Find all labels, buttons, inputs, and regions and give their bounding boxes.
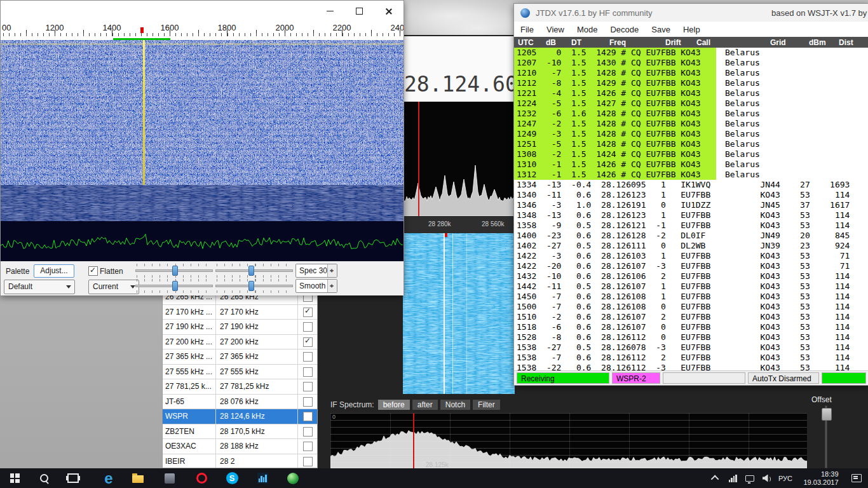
frequency-enable-checkbox[interactable]	[298, 439, 317, 454]
frequency-row[interactable]: 27 555 kHz ... 27 555 kHz	[163, 365, 317, 380]
decode-row-cq[interactable]: 1312 -1 1.5 1426 # CQ EU7FBB KO43Belarus	[514, 170, 868, 180]
jtdx-titlebar[interactable]: JTDX v17.6.1 by HF community based on WS…	[514, 4, 868, 22]
spinbox-arrows[interactable]	[327, 280, 337, 292]
frequency-row[interactable]: 27 170 kHz ... 27 170 kHz	[163, 305, 317, 320]
frequency-row[interactable]: 27 200 kHz ... 27 200 kHz	[163, 335, 317, 350]
frequency-enable-checkbox[interactable]	[298, 349, 317, 364]
tray-clock-button[interactable]: 18:39 19.03.2017	[797, 468, 845, 488]
slider-handle[interactable]	[248, 266, 254, 276]
decode-row[interactable]: 1334 -13 -0.4 28.126095 1 IK1WVQ JN44 27…	[514, 180, 868, 190]
decode-row-cq[interactable]: 1247 -2 1.5 1428 # CQ EU7FBB KO43Belarus	[514, 119, 868, 129]
decode-row-cq[interactable]: 1221 -4 1.5 1426 # CQ EU7FBB KO43Belarus	[514, 88, 868, 98]
decode-row[interactable]: 1518 -6 0.6 28.126107 0 EU7FBB KO43 53 1…	[514, 322, 868, 332]
decode-row[interactable]: 1422 -20 0.6 28.126107 -3 EU7FBB KO43 53…	[514, 261, 868, 271]
tray-language-button[interactable]: РУС	[775, 468, 796, 488]
decode-row[interactable]: 1340 -11 0.6 28.126123 1 EU7FBB KO43 53 …	[514, 190, 868, 200]
sdr-frequency-display[interactable]: 28.124.600	[404, 72, 515, 97]
offset-slider-handle[interactable]	[822, 408, 832, 421]
tray-network-button[interactable]	[724, 468, 741, 488]
decode-row-cq[interactable]: 1210 -7 1.5 1428 # CQ EU7FBB KO43Belarus	[514, 68, 868, 78]
offset-slider[interactable]	[821, 405, 831, 468]
taskbar-skype-button[interactable]: S	[219, 468, 245, 488]
action-center-button[interactable]	[848, 468, 865, 488]
frequency-enable-checkbox[interactable]	[298, 454, 317, 469]
waterfall-display[interactable]	[1, 40, 403, 185]
flatten-checkbox[interactable]	[88, 266, 98, 276]
minimize-button[interactable]	[315, 1, 344, 22]
zero2-slider[interactable]	[215, 279, 293, 293]
gain2-slider[interactable]	[135, 279, 213, 293]
decode-row[interactable]: 1358 -9 0.5 28.126121 -1 EU7FBB KO43 53 …	[514, 220, 868, 231]
frequency-row[interactable]: 27 190 kHz ... 27 190 kHz	[163, 320, 317, 335]
gain-slider[interactable]	[135, 264, 213, 278]
frequency-enable-checkbox[interactable]	[298, 424, 317, 439]
tray-display-button[interactable]	[742, 468, 757, 488]
if-spectrum-button[interactable]: before	[378, 400, 410, 410]
frequency-row[interactable]: WSPR 28 124,6 kHz	[163, 409, 317, 424]
if-spectrum-button[interactable]: after	[412, 400, 438, 410]
decode-row[interactable]: 1500 -7 0.6 28.126108 0 EU7FBB KO43 53 1…	[514, 302, 868, 312]
frequency-enable-checkbox[interactable]	[298, 409, 317, 424]
decode-row[interactable]: 1402 -27 0.5 28.126111 0 DL2WB JN39 23 9…	[514, 241, 868, 251]
decode-list[interactable]: 1205 0 1.5 1429 # CQ EU7FBB KO43Belarus …	[514, 48, 868, 370]
frequency-row[interactable]: 27 365 kHz ... 27 365 kHz	[163, 349, 317, 365]
decode-row[interactable]: 1538 -27 0.5 28.126078 -3 EU7FBB KO43 53…	[514, 342, 868, 353]
zero-slider[interactable]	[215, 264, 293, 278]
frequency-row[interactable]: 27 781,25 k... 27 781,25 kHz	[163, 379, 317, 395]
decode-row[interactable]: 1432 -10 0.6 28.126106 2 EU7FBB KO43 53 …	[514, 271, 868, 281]
spec-percent-spinbox[interactable]: Spec 30 %	[295, 264, 337, 278]
taskbar-edge-button[interactable]: e	[95, 468, 122, 488]
frequency-enable-checkbox[interactable]	[298, 305, 317, 320]
decode-row[interactable]: 1422 -3 0.6 28.126103 1 EU7FBB KO43 53 7…	[514, 251, 868, 261]
palette-select[interactable]: Default	[4, 280, 75, 294]
tray-volume-button[interactable]	[759, 468, 774, 488]
menu-item[interactable]: Save	[645, 23, 677, 36]
decode-row[interactable]: 1538 -7 0.6 28.126112 2 EU7FBB KO43 53 1…	[514, 353, 868, 363]
if-spectrum-button[interactable]: Filter	[473, 400, 500, 410]
sdr-frequency-scale[interactable]: 28 280k28 560k	[403, 216, 515, 233]
if-spectrum-button[interactable]: Notch	[440, 400, 470, 410]
wide-graph-titlebar[interactable]	[1, 1, 403, 23]
decode-row[interactable]: 1510 -2 0.6 28.126107 2 EU7FBB KO43 53 1…	[514, 312, 868, 322]
spinbox-arrows[interactable]	[327, 264, 337, 277]
frequency-scale[interactable]: 00 1200140016001800200022002400	[1, 22, 403, 40]
slider-handle[interactable]	[248, 281, 254, 291]
menu-item[interactable]: View	[540, 23, 571, 36]
task-view-button[interactable]	[60, 468, 86, 488]
menu-item[interactable]: Mode	[571, 23, 604, 36]
menu-item[interactable]: File	[514, 23, 540, 36]
maximize-button[interactable]	[344, 1, 374, 22]
decode-row[interactable]: 1450 -7 0.6 28.126108 1 EU7FBB KO43 53 1…	[514, 292, 868, 302]
menu-item[interactable]: Decode	[604, 23, 645, 36]
adjust-button[interactable]: Adjust...	[34, 264, 74, 278]
decode-row[interactable]: 1538 -22 0.6 28.126112 -3 EU7FBB KO43 53…	[514, 363, 868, 370]
sdr-waterfall[interactable]	[403, 233, 515, 394]
frequency-row[interactable]: ZB2TEN 28 170,5 kHz	[163, 424, 317, 440]
frequency-enable-checkbox[interactable]	[298, 320, 317, 334]
frequency-row[interactable]: OE3XAC 28 188 kHz	[163, 439, 317, 454]
frequency-enable-checkbox[interactable]	[298, 395, 317, 409]
start-button[interactable]	[1, 468, 28, 488]
decode-row-cq[interactable]: 1249 -3 1.5 1428 # CQ EU7FBB KO43Belarus	[514, 129, 868, 139]
sdr-frequency-panel[interactable]: 28.124.600	[403, 35, 515, 103]
decode-row[interactable]: 1346 -3 1.0 28.126191 0 IU1DZZ JN45 37 1…	[514, 200, 868, 210]
decode-row[interactable]: 1400 -23 0.6 28.126128 -2 DL0IF JN49 20 …	[514, 231, 868, 241]
menu-item[interactable]: Help	[677, 23, 707, 36]
display-mode-select[interactable]: Current	[88, 280, 139, 294]
decode-row-cq[interactable]: 1224 -5 1.5 1427 # CQ EU7FBB KO43Belarus	[514, 98, 868, 109]
frequency-row[interactable]: IBEIR 28 2	[163, 454, 317, 469]
decode-row-cq[interactable]: 1251 -5 1.5 1428 # CQ EU7FBB KO43Belarus	[514, 139, 868, 149]
tray-chevron-button[interactable]	[708, 468, 723, 488]
decode-row-cq[interactable]: 1212 -8 1.5 1429 # CQ EU7FBB KO43Belarus	[514, 78, 868, 88]
taskbar-jtdx-button[interactable]	[280, 468, 306, 488]
close-button[interactable]	[374, 1, 403, 22]
decode-row-cq[interactable]: 1310 -1 1.5 1426 # CQ EU7FBB KO43Belarus	[514, 159, 868, 170]
taskbar-sdr-button[interactable]	[249, 468, 276, 488]
decode-row-cq[interactable]: 1308 -2 1.5 1424 # CQ EU7FBB KO43Belarus	[514, 149, 868, 159]
taskbar-pinned-app-button[interactable]	[156, 468, 183, 488]
decode-row-cq[interactable]: 1205 0 1.5 1429 # CQ EU7FBB KO43Belarus	[514, 48, 868, 58]
slider-handle[interactable]	[172, 266, 178, 276]
frequency-row[interactable]: JT-65 28 076 kHz	[163, 395, 317, 410]
decode-row[interactable]: 1528 -8 0.6 28.126112 0 EU7FBB KO43 53 1…	[514, 332, 868, 342]
decode-row[interactable]: 1348 -13 0.6 28.126123 1 EU7FBB KO43 53 …	[514, 210, 868, 220]
